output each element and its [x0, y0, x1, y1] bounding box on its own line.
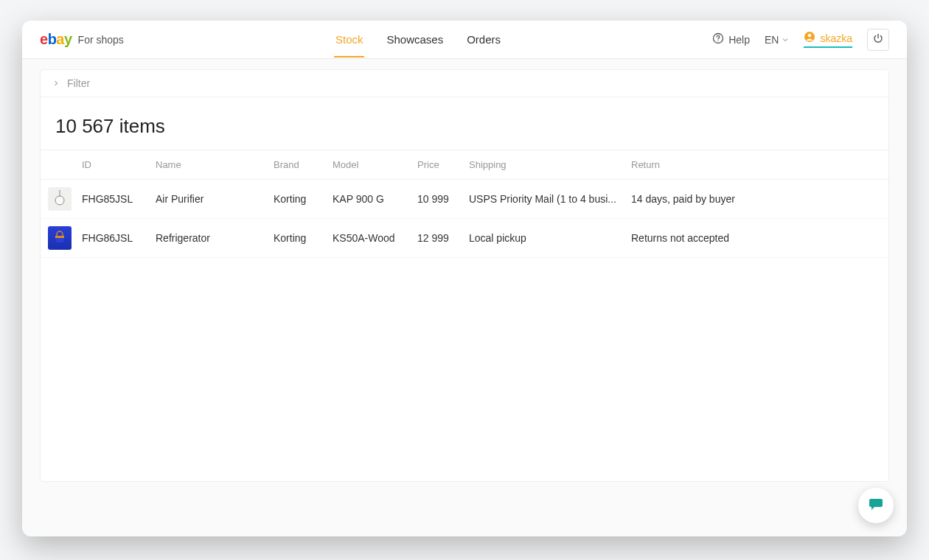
svg-point-1: [718, 41, 719, 41]
col-name[interactable]: Name: [150, 150, 268, 180]
language-selector[interactable]: EN: [765, 34, 789, 46]
cell-return: Returns not accepted: [625, 219, 888, 258]
top-right-tools: Help EN skazka: [712, 29, 889, 51]
main-panel: Filter 10 567 items ID Name Brand Model …: [40, 69, 889, 482]
col-price[interactable]: Price: [411, 150, 463, 180]
col-model[interactable]: Model: [327, 150, 411, 180]
tab-orders[interactable]: Orders: [465, 21, 502, 57]
svg-point-3: [808, 34, 812, 38]
col-shipping[interactable]: Shipping: [463, 150, 625, 180]
username: skazka: [820, 32, 852, 44]
svg-rect-6: [55, 236, 64, 238]
item-count-heading: 10 567 items: [41, 97, 888, 150]
help-label: Help: [728, 34, 750, 46]
cell-brand: Korting: [268, 180, 327, 219]
col-return[interactable]: Return: [625, 150, 888, 180]
cell-name: Refrigerator: [150, 219, 268, 258]
cell-shipping: Local pickup: [463, 219, 625, 258]
tab-stock[interactable]: Stock: [334, 21, 365, 57]
cell-price: 10 999: [411, 180, 463, 219]
cell-id: FHG86JSL: [76, 219, 150, 258]
logout-button[interactable]: [867, 29, 889, 51]
app-window: ebay For shops Stock Showcases Orders He…: [22, 21, 907, 536]
power-icon: [873, 33, 883, 46]
col-brand[interactable]: Brand: [268, 150, 327, 180]
col-id[interactable]: ID: [76, 150, 150, 180]
user-icon: [804, 31, 815, 45]
cell-brand: Korting: [268, 219, 327, 258]
cell-model: KAP 900 G: [327, 180, 411, 219]
cell-name: Air Purifier: [150, 180, 268, 219]
language-value: EN: [765, 34, 779, 46]
cell-return: 14 days, paid by buyer: [625, 180, 888, 219]
product-thumbnail: [48, 187, 72, 211]
chat-button[interactable]: [858, 488, 894, 523]
filter-toggle[interactable]: Filter: [41, 70, 888, 97]
logo-subtitle: For shops: [78, 34, 124, 46]
cell-id: FHG85JSL: [76, 180, 150, 219]
stock-table: ID Name Brand Model Price Shipping Retur…: [41, 150, 888, 258]
svg-point-5: [55, 196, 64, 205]
user-menu[interactable]: skazka: [804, 31, 852, 48]
topbar: ebay For shops Stock Showcases Orders He…: [22, 21, 907, 59]
chevron-down-icon: [782, 34, 789, 46]
cell-model: KS50A-Wood: [327, 219, 411, 258]
cell-shipping: USPS Priority Mail (1 to 4 busi...: [463, 180, 625, 219]
table-row[interactable]: FHG85JSL Air Purifier Korting KAP 900 G …: [41, 180, 888, 219]
help-icon: [712, 32, 724, 46]
help-link[interactable]: Help: [712, 32, 750, 46]
table-row[interactable]: FHG86JSL Refrigerator Korting KS50A-Wood…: [41, 219, 888, 258]
chat-icon: [868, 496, 884, 515]
chevron-right-icon: [52, 77, 60, 89]
main-tabs: Stock Showcases Orders: [334, 21, 502, 57]
cell-price: 12 999: [411, 219, 463, 258]
table-header-row: ID Name Brand Model Price Shipping Retur…: [41, 150, 888, 180]
product-thumbnail: [48, 226, 72, 250]
ebay-logo[interactable]: ebay: [40, 31, 72, 48]
filter-label: Filter: [67, 77, 90, 89]
tab-showcases[interactable]: Showcases: [385, 21, 445, 57]
